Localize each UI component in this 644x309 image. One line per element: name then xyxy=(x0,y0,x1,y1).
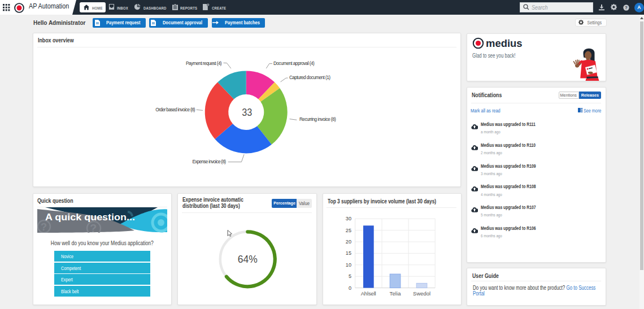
svg-text:Ahlsell: Ahlsell xyxy=(361,290,376,297)
svg-text:Expense invoice (8): Expense invoice (8) xyxy=(193,159,227,164)
svg-text:33: 33 xyxy=(242,106,252,118)
svg-text:A quick question...: A quick question... xyxy=(45,212,135,223)
svg-text:15: 15 xyxy=(346,250,351,256)
svg-text:10: 10 xyxy=(346,262,351,268)
svg-text:Recurring invoice (8): Recurring invoice (8) xyxy=(299,117,336,122)
svg-text:Captured document (1): Captured document (1) xyxy=(289,75,330,80)
svg-text:Swedol: Swedol xyxy=(413,290,430,297)
svg-text:?: ? xyxy=(41,221,47,233)
svg-text:20: 20 xyxy=(346,239,351,245)
svg-text:?: ? xyxy=(90,222,97,233)
svg-text:5: 5 xyxy=(349,273,351,279)
svg-text:Order based invoice (8): Order based invoice (8) xyxy=(155,107,195,112)
svg-text:Document approval (4): Document approval (4) xyxy=(273,61,315,66)
svg-text:Payment request (4): Payment request (4) xyxy=(186,61,222,66)
svg-text:64%: 64% xyxy=(238,254,258,265)
svg-text:0: 0 xyxy=(349,285,351,291)
svg-text:30: 30 xyxy=(346,216,351,221)
svg-text:Telia: Telia xyxy=(390,290,402,297)
svg-text:?: ? xyxy=(625,5,628,10)
svg-text:25: 25 xyxy=(346,228,351,233)
